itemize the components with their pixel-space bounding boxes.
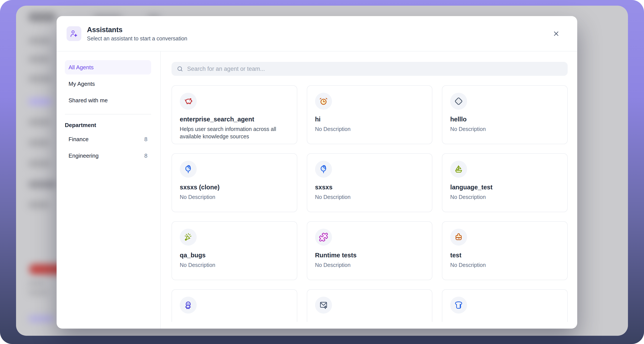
agent-icon-circle [450, 297, 467, 314]
search-input[interactable] [187, 65, 562, 73]
background-blur-blob [28, 181, 56, 188]
agent-card-test[interactable]: testNo Description [442, 221, 568, 280]
background-blur-blob [28, 160, 51, 167]
department-count-badge: 8 [144, 136, 148, 143]
agent-icon-circle [450, 93, 467, 110]
tulip-icon [319, 164, 328, 174]
agent-description: No Description [315, 125, 424, 133]
agents-grid: enterprise_search_agentHelps user search… [172, 85, 568, 322]
background-blur-blob [28, 56, 50, 63]
agent-card-sxsxs-clone-[interactable]: sxsxs (clone)No Description [172, 153, 297, 212]
octopus-icon [184, 300, 193, 310]
agent-name: language_test [450, 184, 560, 191]
agent-icon-circle [450, 229, 467, 246]
agent-card-enterprise-search-agent[interactable]: enterprise_search_agentHelps user search… [172, 85, 297, 144]
agent-description: No Description [315, 194, 424, 201]
department-item-engineering[interactable]: Engineering8 [65, 148, 151, 163]
diamond-icon [454, 96, 464, 106]
agent-name: sxsxs [315, 184, 424, 191]
department-section-title: Department [65, 122, 151, 129]
agent-description: No Description [315, 261, 424, 269]
agent-name: sxsxs (clone) [180, 184, 289, 191]
background-blur-blob [28, 315, 54, 322]
puzzle-piece-icon [319, 232, 328, 242]
agents-panel: enterprise_search_agentHelps user search… [161, 52, 577, 328]
agent-description: No Description [180, 261, 289, 269]
agent-description: Helps user search information across all… [180, 125, 289, 140]
agent-card-helllo[interactable]: hellloNo Description [442, 85, 568, 144]
tulip-icon [184, 164, 193, 174]
party-popper-icon [184, 232, 193, 242]
agent-icon-circle [315, 229, 332, 246]
agent-icon-circle [315, 297, 332, 314]
agent-description: No Description [450, 194, 560, 201]
agent-name: helllo [450, 116, 560, 123]
piggy-bank-icon [184, 96, 193, 106]
agent-icon-circle [315, 161, 332, 178]
sidebar-item-shared-with-me[interactable]: Shared with me [65, 93, 151, 107]
background-blur-blob [28, 37, 51, 45]
agent-name: hi [315, 116, 424, 123]
agent-description: No Description [450, 125, 560, 133]
background-blur-blob [28, 280, 45, 286]
assistants-modal: Assistants Select an assistant to start … [56, 16, 577, 328]
agent-name: qa_bugs [180, 252, 289, 259]
department-label: Finance [68, 136, 89, 143]
sidebar-item-my-agents[interactable]: My Agents [65, 77, 151, 91]
toast-icon [454, 300, 464, 310]
agent-card-language-test[interactable]: language_testNo Description [442, 153, 568, 212]
background-blur-blob [28, 98, 52, 105]
background-blur-blob [28, 201, 50, 209]
agent-description: No Description [450, 261, 560, 269]
sailboat-icon [454, 164, 464, 174]
agents-grid-viewport[interactable]: enterprise_search_agentHelps user search… [172, 85, 568, 322]
department-count-badge: 8 [144, 152, 148, 159]
agent-icon-circle [180, 297, 197, 314]
modal-header: Assistants Select an assistant to start … [56, 16, 577, 52]
background-blur-blob [28, 119, 51, 126]
agent-icon-circle [180, 161, 197, 178]
agent-card-runtime-tests[interactable]: Runtime testsNo Description [307, 221, 432, 280]
sidebar: All AgentsMy AgentsShared with me Depart… [56, 52, 161, 328]
modal-header-text: Assistants Select an assistant to start … [87, 26, 187, 42]
department-label: Engineering [68, 152, 99, 159]
sidebar-item-all-agents[interactable]: All Agents [65, 60, 151, 75]
modal-title: Assistants [87, 26, 187, 34]
agent-icon-circle [180, 93, 197, 110]
agent-icon-circle [450, 161, 467, 178]
agent-card-hi[interactable]: hiNo Description [307, 85, 432, 144]
agent-name: enterprise_search_agent [180, 116, 289, 123]
background-blur-blob [28, 290, 48, 295]
agent-name: Runtime tests [315, 252, 424, 259]
search-icon [177, 66, 183, 72]
background-blur-blob [28, 75, 52, 83]
agent-card[interactable] [172, 289, 297, 322]
modal-subtitle: Select an assistant to start a conversat… [87, 35, 187, 42]
agent-card[interactable] [442, 289, 568, 322]
background-blur-blob [28, 12, 56, 22]
modal-body: All AgentsMy AgentsShared with me Depart… [56, 52, 577, 328]
paintbrush-icon [454, 232, 464, 242]
user-sparkle-icon [66, 26, 81, 41]
mail-sparkle-icon [319, 300, 328, 310]
alarm-clock-icon [319, 96, 328, 106]
background-blur-blob [28, 139, 50, 147]
screen: Assistants Select an assistant to start … [0, 0, 644, 344]
agent-icon-circle [315, 93, 332, 110]
agent-card-qa-bugs[interactable]: qa_bugsNo Description [172, 221, 297, 280]
agent-description: No Description [180, 194, 289, 201]
agent-card-sxsxs[interactable]: sxsxsNo Description [307, 153, 432, 212]
agent-card[interactable] [307, 289, 432, 322]
sidebar-divider [65, 114, 151, 114]
agent-name: test [450, 252, 560, 259]
search-box[interactable] [172, 62, 568, 76]
department-item-finance[interactable]: Finance8 [65, 132, 151, 146]
agent-icon-circle [180, 229, 197, 246]
close-icon[interactable] [550, 28, 562, 40]
